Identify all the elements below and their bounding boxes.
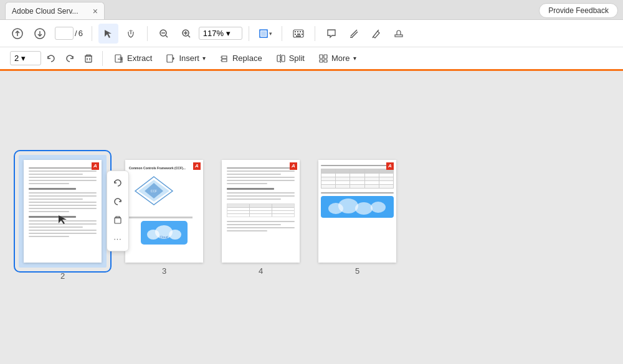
fit-page-button[interactable]: ▾ [255, 24, 275, 44]
hand-tool-button[interactable] [121, 24, 141, 44]
svg-rect-14 [297, 31, 298, 32]
pages-panel: A [0, 71, 623, 364]
rotate-left-overlay-button[interactable] [110, 175, 126, 191]
content-line [227, 183, 267, 184]
redo-button[interactable] [61, 50, 78, 67]
page-thumb-container-3[interactable]: A Common Controls Framework (CCF)... CCF [125, 160, 203, 263]
page-number-input[interactable]: 2 [55, 27, 74, 40]
more-button[interactable]: More ▾ [312, 50, 363, 67]
svg-rect-18 [297, 34, 300, 35]
table-cell [350, 177, 364, 180]
split-icon [276, 54, 286, 63]
replace-button[interactable]: Replace [213, 50, 269, 67]
content-line [29, 230, 97, 231]
draw-icon [371, 29, 381, 39]
stamp-icon [394, 29, 404, 39]
content-line [321, 192, 394, 194]
browser-tab[interactable]: Adobe Cloud Serv... × [5, 2, 105, 19]
extract-label: Extract [127, 54, 152, 63]
content-line [227, 192, 295, 194]
rotate-right-overlay-button[interactable] [110, 194, 126, 210]
content-line [227, 177, 295, 178]
svg-marker-2 [105, 30, 112, 38]
page-thumb-container-2[interactable]: A [19, 155, 107, 268]
more-overlay-button[interactable]: ··· [110, 231, 126, 247]
comment-button[interactable] [321, 24, 341, 44]
page-content-4 [222, 160, 300, 263]
page-separator: / [75, 29, 77, 38]
extract-button[interactable]: Extract [108, 50, 158, 67]
zoom-out-button[interactable] [154, 24, 174, 44]
insert-button[interactable]: Insert ▾ [159, 50, 212, 67]
insert-dropdown-arrow: ▾ [202, 55, 206, 62]
svg-point-56 [355, 202, 373, 215]
cloud-svg: Cloud [141, 221, 188, 245]
content-line [29, 198, 83, 200]
stamp-button[interactable] [389, 24, 409, 44]
page-thumb-container-4[interactable]: A [222, 160, 300, 263]
cloud-box: Cloud [141, 221, 188, 245]
table-cell [365, 174, 379, 177]
page-selector[interactable]: 2 ▾ [10, 51, 41, 65]
zoom-in-button[interactable] [176, 24, 196, 44]
svg-rect-30 [115, 55, 121, 62]
section-header [29, 216, 76, 218]
highlight-button[interactable] [344, 24, 364, 44]
content-line [227, 174, 281, 175]
redo-icon [65, 54, 75, 63]
split-button[interactable]: Split [270, 50, 311, 67]
page-selector-value: 2 [14, 54, 19, 63]
draw-button[interactable] [366, 24, 386, 44]
page-thumb-container-5[interactable]: A [318, 160, 396, 263]
page-selector-dropdown-icon: ▾ [21, 54, 26, 63]
table-cell [379, 181, 393, 184]
content-line [227, 230, 267, 231]
page-number-3: 3 [162, 266, 166, 276]
table-grid [321, 169, 393, 188]
toolbar-secondary: 2 ▾ Extract Insert ▾ Replace Split More … [0, 47, 623, 71]
page-total: 6 [78, 29, 83, 38]
table-header-cell [365, 169, 379, 173]
zoom-in-icon [181, 29, 191, 39]
page-navigation: 2 / 6 [55, 27, 83, 40]
toolbar-divider-1 [92, 26, 92, 41]
cloud-diagram-box [321, 196, 394, 218]
delete-button[interactable] [80, 50, 97, 67]
content-line [29, 174, 83, 175]
download-button[interactable] [30, 24, 50, 44]
svg-rect-38 [282, 55, 285, 62]
cursor-tool-button[interactable] [98, 24, 118, 44]
table-cell [321, 185, 335, 188]
table-cell [379, 185, 393, 188]
content-line [29, 167, 97, 169]
rotate-right-icon [113, 197, 122, 206]
toolbar-divider-3 [249, 26, 249, 41]
toolbar-divider-2 [147, 26, 148, 41]
page-content-5 [318, 160, 396, 263]
content-line [29, 195, 97, 197]
content-line [227, 195, 295, 197]
undo-icon [46, 54, 56, 63]
replace-icon [219, 54, 229, 63]
diagram-title-3: Common Controls Framework (CCF)... [129, 166, 199, 170]
delete-overlay-button[interactable] [110, 212, 126, 228]
replace-label: Replace [232, 54, 262, 63]
content-line [29, 236, 69, 237]
svg-rect-17 [295, 34, 296, 35]
table-cell [272, 214, 294, 217]
upload-button[interactable] [7, 24, 27, 44]
toolbar-top: 2 / 6 117% ▾ ▾ [0, 20, 623, 47]
provide-feedback-button[interactable]: Provide Feedback [539, 3, 618, 18]
svg-line-9 [188, 35, 190, 37]
undo-button[interactable] [42, 50, 60, 67]
zoom-control[interactable]: 117% ▾ [199, 27, 242, 40]
toolbar-divider-5 [315, 26, 315, 41]
page-thumb-2: A [24, 160, 102, 263]
tab-close-button[interactable]: × [93, 7, 98, 16]
download-icon [34, 28, 45, 39]
split-label: Split [289, 54, 305, 63]
page-thumb-wrapper-3: A Common Controls Framework (CCF)... CCF [125, 160, 203, 276]
table-header-cell [321, 169, 335, 173]
keyboard-button[interactable] [288, 24, 308, 44]
svg-rect-44 [115, 218, 121, 223]
